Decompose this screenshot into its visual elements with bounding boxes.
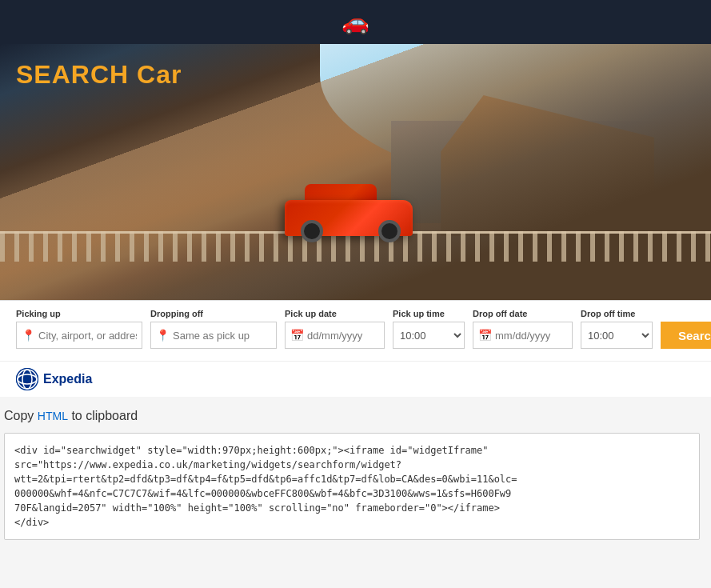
dropoff-input-wrapper[interactable]: 📍 bbox=[150, 322, 277, 349]
dropoff-calendar-icon: 📅 bbox=[478, 329, 492, 342]
expedia-logo: Expedia bbox=[16, 368, 92, 390]
dropoff-time-label: Drop off time bbox=[581, 309, 653, 318]
dropoff-date-label: Drop off date bbox=[473, 309, 573, 318]
title-static: SEARCH bbox=[16, 60, 129, 89]
title-highlight: Car bbox=[137, 60, 182, 89]
pickup-date-input[interactable] bbox=[307, 330, 379, 342]
expedia-text: Expedia bbox=[43, 372, 92, 386]
below-widget-area: Copy HTML to clipboard <div id="searchwi… bbox=[0, 397, 711, 552]
dropoff-date-input[interactable] bbox=[495, 330, 567, 342]
picking-up-label: Picking up bbox=[16, 309, 142, 318]
pickup-input-wrapper[interactable]: 📍 bbox=[16, 322, 142, 349]
dropoff-input[interactable] bbox=[173, 330, 271, 342]
hero-car-visual bbox=[285, 184, 413, 236]
dropping-off-label: Dropping off bbox=[150, 309, 277, 318]
pickup-field: Picking up 📍 bbox=[16, 309, 142, 349]
search-bar-wrapper: Picking up 📍 Dropping off 📍 Pick up date bbox=[0, 300, 711, 397]
footer-bar: Expedia bbox=[0, 361, 711, 397]
hero-image: SEARCH Car bbox=[0, 44, 711, 300]
dropoff-time-select[interactable]: 10:00 10:30 11:00 11:30 12:00 bbox=[581, 322, 653, 349]
dropoff-field: Dropping off 📍 bbox=[150, 309, 277, 349]
search-form: Picking up 📍 Dropping off 📍 Pick up date bbox=[0, 300, 711, 361]
title-overlay: SEARCH Car bbox=[16, 60, 182, 90]
copy-static-text: Copy bbox=[4, 409, 34, 422]
dropoff-date-field: Drop off date 📅 bbox=[473, 309, 573, 349]
to-clipboard-text: to clipboard bbox=[71, 409, 138, 422]
widget-container: 🚗 SEARCH Car Picking up bbox=[0, 0, 711, 397]
pickup-time-select[interactable]: 10:00 10:30 11:00 11:30 12:00 bbox=[393, 322, 465, 349]
dropoff-time-field: Drop off time 10:00 10:30 11:00 11:30 12… bbox=[581, 309, 653, 349]
header-bar: 🚗 bbox=[0, 0, 711, 44]
pickup-date-field: Pick up date 📅 bbox=[285, 309, 385, 349]
page-title: SEARCH Car bbox=[16, 60, 182, 90]
pickup-date-label: Pick up date bbox=[285, 309, 385, 318]
search-button[interactable]: Search bbox=[661, 322, 711, 349]
expedia-globe-icon bbox=[16, 368, 38, 390]
car-icon: 🚗 bbox=[342, 9, 369, 35]
svg-point-0 bbox=[16, 368, 38, 390]
html-link[interactable]: HTML bbox=[38, 410, 68, 422]
pickup-calendar-icon: 📅 bbox=[290, 329, 304, 342]
pickup-input[interactable] bbox=[38, 330, 137, 342]
code-box: <div id="searchwidget" style="width:970p… bbox=[4, 433, 700, 540]
dropoff-date-wrapper[interactable]: 📅 bbox=[473, 322, 573, 349]
copy-html-row: Copy HTML to clipboard bbox=[4, 409, 707, 423]
pickup-time-field: Pick up time 10:00 10:30 11:00 11:30 12:… bbox=[393, 309, 465, 349]
pickup-date-wrapper[interactable]: 📅 bbox=[285, 322, 385, 349]
location-icon: 📍 bbox=[22, 329, 35, 342]
code-content: <div id="searchwidget" style="width:970p… bbox=[14, 443, 689, 530]
dropoff-location-icon: 📍 bbox=[156, 329, 170, 342]
pickup-time-label: Pick up time bbox=[393, 309, 465, 318]
